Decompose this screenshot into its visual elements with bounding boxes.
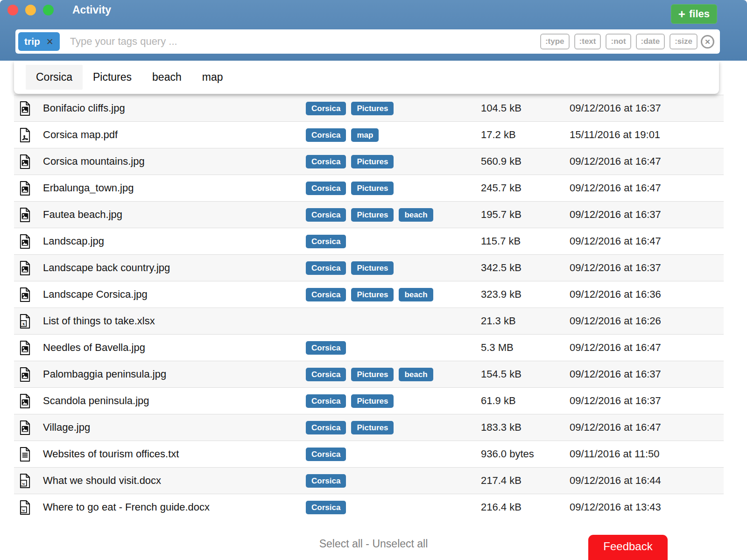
image-file-icon [19,260,31,276]
filter-button-text[interactable]: :text [574,34,601,49]
zoom-window-button[interactable] [43,5,54,15]
file-size: 154.5 kB [481,368,570,380]
close-window-button[interactable] [7,5,18,15]
file-tag[interactable]: Corsica [306,474,346,488]
image-file-icon [19,181,31,196]
file-tag[interactable]: Pictures [351,368,394,381]
table-row[interactable]: Needles of Bavella.jpg Corsica 5.3 MB 09… [14,334,724,361]
file-date: 09/12/2016 at 16:26 [570,315,724,327]
table-row[interactable]: x List of things to take.xlsx 21.3 kB 09… [14,308,724,334]
file-date: 09/12/2016 at 16:37 [570,262,724,274]
file-size: 115.7 kB [481,235,570,247]
filter-button-not[interactable]: :not [606,34,631,49]
file-tag[interactable]: Corsica [306,128,346,142]
image-file-icon [19,101,31,116]
file-tag[interactable]: Pictures [351,394,394,408]
file-name: Erbalunga_town.jpg [43,182,306,194]
file-tag[interactable]: Pictures [351,288,394,301]
image-file-icon [19,420,31,435]
file-type-icon-slot [19,101,43,116]
file-tags: Corsica [306,501,481,514]
image-file-icon [19,340,31,356]
table-row[interactable]: Landscap.jpg Corsica 115.7 kB 09/12/2016… [14,228,724,254]
select-all-link[interactable]: Select all [319,538,363,550]
chip-remove-icon[interactable]: ✕ [46,37,54,46]
file-tag[interactable]: Corsica [306,235,346,248]
tag-chip-trip[interactable]: trip ✕ [18,32,60,51]
unselect-all-link[interactable]: Unselect all [372,538,428,550]
table-row[interactable]: Bonifacio cliffs.jpg CorsicaPictures 104… [14,95,724,121]
file-tag[interactable]: beach [399,368,433,381]
table-row[interactable]: Websites of tourism offices.txt Corsica … [14,441,724,467]
file-tag[interactable]: beach [399,208,433,222]
filter-button-size[interactable]: :size [669,34,698,49]
file-tag[interactable]: Pictures [351,421,394,434]
file-tag[interactable]: Corsica [306,448,346,461]
filter-button-date[interactable]: :date [636,34,665,49]
file-tags: CorsicaPictures [306,421,481,434]
feedback-button[interactable]: Feedback [588,535,668,560]
suggestion-item-pictures[interactable]: Pictures [83,65,142,90]
file-tag[interactable]: map [351,128,379,142]
file-tag[interactable]: Corsica [306,182,346,195]
file-name: Scandola peninsula.jpg [43,395,306,407]
file-tag[interactable]: Corsica [306,102,346,115]
file-tag[interactable]: Corsica [306,208,346,222]
file-name: Landscap.jpg [43,235,306,247]
file-size: 936.0 bytes [481,448,570,460]
table-row[interactable]: w Where to go eat - French guide.docx Co… [14,494,724,520]
table-row[interactable]: Landscape back country.jpg CorsicaPictur… [14,254,724,281]
svg-text:w: w [22,507,25,512]
file-tag[interactable]: Corsica [306,421,346,434]
file-tag[interactable]: Pictures [351,182,394,195]
file-name: Palombaggia peninsula.jpg [43,368,306,380]
file-tag[interactable]: Corsica [306,394,346,408]
file-tag[interactable]: Corsica [306,368,346,381]
file-tag[interactable]: Pictures [351,208,394,222]
file-tag[interactable]: Corsica [306,261,346,275]
table-row[interactable]: Corsica mountains.jpg CorsicaPictures 56… [14,148,724,175]
table-row[interactable]: Erbalunga_town.jpg CorsicaPictures 245.7… [14,175,724,201]
table-row[interactable]: Landscape Corsica.jpg CorsicaPicturesbea… [14,281,724,308]
clear-search-button[interactable]: ✕ [701,35,714,49]
suggestion-item-map[interactable]: map [192,65,233,90]
file-table: Bonifacio cliffs.jpg CorsicaPictures 104… [14,95,724,520]
minimize-window-button[interactable] [25,5,36,15]
add-files-button[interactable]: + files [671,4,717,24]
file-name: Where to go eat - French guide.docx [43,501,306,513]
suggestion-item-corsica[interactable]: Corsica [26,65,83,90]
tag-suggestions-dropdown: CorsicaPicturesbeachmap [14,61,719,94]
file-tag[interactable]: Pictures [351,261,394,275]
file-type-icon-slot: w [19,500,43,515]
file-type-icon-slot [19,234,43,249]
table-row[interactable]: Corsica map.pdf Corsicamap 17.2 kB 15/11… [14,121,724,148]
table-row[interactable]: w What we should visit.docx Corsica 217.… [14,467,724,494]
file-tag[interactable]: Corsica [306,288,346,301]
traffic-lights [7,5,54,15]
file-tags: CorsicaPicturesbeach [306,208,481,222]
table-row[interactable]: Fautea beach.jpg CorsicaPicturesbeach 19… [14,201,724,228]
file-tag[interactable]: Pictures [351,102,394,115]
table-row[interactable]: Palombaggia peninsula.jpg CorsicaPicture… [14,361,724,387]
file-size: 183.3 kB [481,421,570,434]
file-tag[interactable]: beach [399,288,433,301]
filter-button-type[interactable]: :type [540,34,570,49]
table-row[interactable]: Scandola peninsula.jpg CorsicaPictures 6… [14,387,724,414]
text-file-icon [19,447,31,462]
search-input[interactable] [62,35,540,48]
window-titlebar: Activity + files trip ✕ :type:text:not:d… [0,0,747,61]
file-tag[interactable]: Corsica [306,501,346,514]
file-date: 09/11/2016 at 11:50 [570,448,724,460]
file-type-icon-slot: x [19,314,43,329]
file-tag[interactable]: Corsica [306,155,346,168]
file-size: 104.5 kB [481,102,570,114]
file-tag[interactable]: Corsica [306,341,346,355]
file-type-icon-slot [19,340,43,356]
suggestion-item-beach[interactable]: beach [142,65,192,90]
file-tag[interactable]: Pictures [351,155,394,168]
svg-text:x: x [22,321,25,326]
file-type-icon-slot [19,287,43,302]
table-row[interactable]: Village.jpg CorsicaPictures 183.3 kB 09/… [14,414,724,441]
image-file-icon [19,393,31,409]
word-file-icon: w [19,500,31,515]
